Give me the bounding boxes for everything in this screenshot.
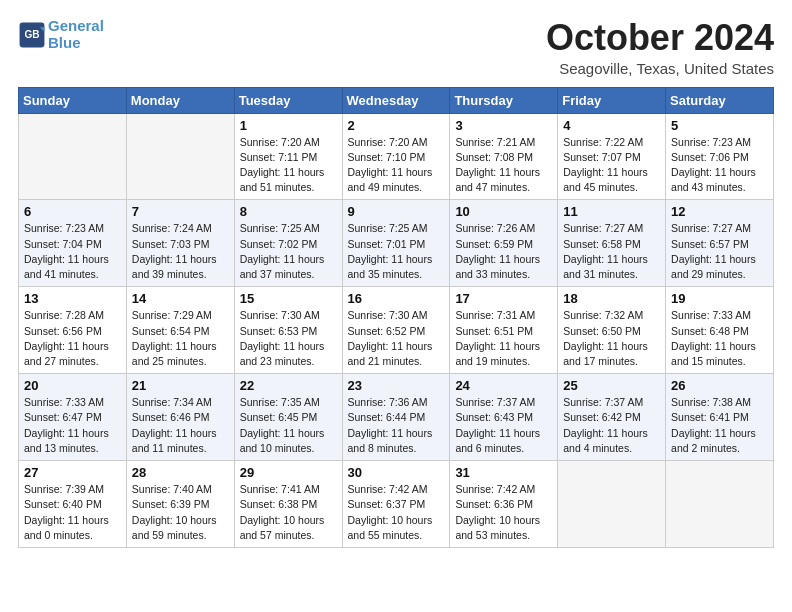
calendar-cell: 25Sunrise: 7:37 AM Sunset: 6:42 PM Dayli… [558, 374, 666, 461]
page: GB General Blue October 2024 Seagoville,… [0, 0, 792, 566]
day-number: 15 [240, 291, 337, 306]
day-number: 12 [671, 204, 768, 219]
header: GB General Blue October 2024 Seagoville,… [18, 18, 774, 77]
day-info: Sunrise: 7:28 AM Sunset: 6:56 PM Dayligh… [24, 308, 121, 369]
day-number: 13 [24, 291, 121, 306]
day-info: Sunrise: 7:32 AM Sunset: 6:50 PM Dayligh… [563, 308, 660, 369]
weekday-thursday: Thursday [450, 87, 558, 113]
week-row-2: 6Sunrise: 7:23 AM Sunset: 7:04 PM Daylig… [19, 200, 774, 287]
day-info: Sunrise: 7:21 AM Sunset: 7:08 PM Dayligh… [455, 135, 552, 196]
day-number: 11 [563, 204, 660, 219]
calendar-cell: 23Sunrise: 7:36 AM Sunset: 6:44 PM Dayli… [342, 374, 450, 461]
calendar-cell: 24Sunrise: 7:37 AM Sunset: 6:43 PM Dayli… [450, 374, 558, 461]
calendar-cell [126, 113, 234, 200]
calendar-cell: 22Sunrise: 7:35 AM Sunset: 6:45 PM Dayli… [234, 374, 342, 461]
logo: GB General Blue [18, 18, 104, 51]
calendar-cell: 8Sunrise: 7:25 AM Sunset: 7:02 PM Daylig… [234, 200, 342, 287]
day-number: 21 [132, 378, 229, 393]
day-number: 26 [671, 378, 768, 393]
weekday-sunday: Sunday [19, 87, 127, 113]
day-info: Sunrise: 7:34 AM Sunset: 6:46 PM Dayligh… [132, 395, 229, 456]
calendar-cell: 15Sunrise: 7:30 AM Sunset: 6:53 PM Dayli… [234, 287, 342, 374]
day-number: 5 [671, 118, 768, 133]
calendar-cell: 4Sunrise: 7:22 AM Sunset: 7:07 PM Daylig… [558, 113, 666, 200]
logo-text: General Blue [48, 18, 104, 51]
calendar-cell: 17Sunrise: 7:31 AM Sunset: 6:51 PM Dayli… [450, 287, 558, 374]
day-number: 1 [240, 118, 337, 133]
calendar-cell: 30Sunrise: 7:42 AM Sunset: 6:37 PM Dayli… [342, 461, 450, 548]
calendar-cell: 21Sunrise: 7:34 AM Sunset: 6:46 PM Dayli… [126, 374, 234, 461]
day-number: 25 [563, 378, 660, 393]
day-number: 9 [348, 204, 445, 219]
calendar-cell: 12Sunrise: 7:27 AM Sunset: 6:57 PM Dayli… [666, 200, 774, 287]
calendar-cell: 13Sunrise: 7:28 AM Sunset: 6:56 PM Dayli… [19, 287, 127, 374]
week-row-4: 20Sunrise: 7:33 AM Sunset: 6:47 PM Dayli… [19, 374, 774, 461]
week-row-1: 1Sunrise: 7:20 AM Sunset: 7:11 PM Daylig… [19, 113, 774, 200]
weekday-tuesday: Tuesday [234, 87, 342, 113]
day-info: Sunrise: 7:23 AM Sunset: 7:06 PM Dayligh… [671, 135, 768, 196]
day-number: 20 [24, 378, 121, 393]
day-number: 30 [348, 465, 445, 480]
day-number: 31 [455, 465, 552, 480]
day-info: Sunrise: 7:20 AM Sunset: 7:11 PM Dayligh… [240, 135, 337, 196]
title-block: October 2024 Seagoville, Texas, United S… [546, 18, 774, 77]
month-title: October 2024 [546, 18, 774, 58]
calendar-cell: 9Sunrise: 7:25 AM Sunset: 7:01 PM Daylig… [342, 200, 450, 287]
day-number: 23 [348, 378, 445, 393]
day-number: 6 [24, 204, 121, 219]
day-number: 4 [563, 118, 660, 133]
calendar-cell: 31Sunrise: 7:42 AM Sunset: 6:36 PM Dayli… [450, 461, 558, 548]
day-number: 22 [240, 378, 337, 393]
day-info: Sunrise: 7:25 AM Sunset: 7:02 PM Dayligh… [240, 221, 337, 282]
week-row-5: 27Sunrise: 7:39 AM Sunset: 6:40 PM Dayli… [19, 461, 774, 548]
calendar-cell: 6Sunrise: 7:23 AM Sunset: 7:04 PM Daylig… [19, 200, 127, 287]
day-info: Sunrise: 7:38 AM Sunset: 6:41 PM Dayligh… [671, 395, 768, 456]
calendar-cell: 3Sunrise: 7:21 AM Sunset: 7:08 PM Daylig… [450, 113, 558, 200]
calendar-cell [558, 461, 666, 548]
logo-general: General [48, 17, 104, 34]
weekday-monday: Monday [126, 87, 234, 113]
day-number: 14 [132, 291, 229, 306]
day-number: 24 [455, 378, 552, 393]
svg-text:GB: GB [24, 29, 39, 40]
day-info: Sunrise: 7:25 AM Sunset: 7:01 PM Dayligh… [348, 221, 445, 282]
day-info: Sunrise: 7:24 AM Sunset: 7:03 PM Dayligh… [132, 221, 229, 282]
day-info: Sunrise: 7:23 AM Sunset: 7:04 PM Dayligh… [24, 221, 121, 282]
day-number: 18 [563, 291, 660, 306]
calendar-cell: 10Sunrise: 7:26 AM Sunset: 6:59 PM Dayli… [450, 200, 558, 287]
calendar-cell: 19Sunrise: 7:33 AM Sunset: 6:48 PM Dayli… [666, 287, 774, 374]
day-info: Sunrise: 7:33 AM Sunset: 6:47 PM Dayligh… [24, 395, 121, 456]
day-number: 28 [132, 465, 229, 480]
logo-icon: GB [18, 21, 46, 49]
day-number: 8 [240, 204, 337, 219]
day-info: Sunrise: 7:37 AM Sunset: 6:43 PM Dayligh… [455, 395, 552, 456]
calendar-cell: 20Sunrise: 7:33 AM Sunset: 6:47 PM Dayli… [19, 374, 127, 461]
calendar-cell: 14Sunrise: 7:29 AM Sunset: 6:54 PM Dayli… [126, 287, 234, 374]
day-number: 27 [24, 465, 121, 480]
calendar-cell: 28Sunrise: 7:40 AM Sunset: 6:39 PM Dayli… [126, 461, 234, 548]
day-number: 29 [240, 465, 337, 480]
calendar-cell: 2Sunrise: 7:20 AM Sunset: 7:10 PM Daylig… [342, 113, 450, 200]
day-info: Sunrise: 7:35 AM Sunset: 6:45 PM Dayligh… [240, 395, 337, 456]
location: Seagoville, Texas, United States [546, 60, 774, 77]
day-info: Sunrise: 7:20 AM Sunset: 7:10 PM Dayligh… [348, 135, 445, 196]
calendar-cell: 27Sunrise: 7:39 AM Sunset: 6:40 PM Dayli… [19, 461, 127, 548]
day-info: Sunrise: 7:41 AM Sunset: 6:38 PM Dayligh… [240, 482, 337, 543]
day-info: Sunrise: 7:31 AM Sunset: 6:51 PM Dayligh… [455, 308, 552, 369]
day-info: Sunrise: 7:22 AM Sunset: 7:07 PM Dayligh… [563, 135, 660, 196]
day-number: 10 [455, 204, 552, 219]
calendar-cell: 5Sunrise: 7:23 AM Sunset: 7:06 PM Daylig… [666, 113, 774, 200]
weekday-header-row: SundayMondayTuesdayWednesdayThursdayFrid… [19, 87, 774, 113]
calendar-cell: 11Sunrise: 7:27 AM Sunset: 6:58 PM Dayli… [558, 200, 666, 287]
day-info: Sunrise: 7:36 AM Sunset: 6:44 PM Dayligh… [348, 395, 445, 456]
calendar-cell: 7Sunrise: 7:24 AM Sunset: 7:03 PM Daylig… [126, 200, 234, 287]
day-info: Sunrise: 7:42 AM Sunset: 6:36 PM Dayligh… [455, 482, 552, 543]
day-number: 3 [455, 118, 552, 133]
day-number: 7 [132, 204, 229, 219]
day-info: Sunrise: 7:30 AM Sunset: 6:52 PM Dayligh… [348, 308, 445, 369]
day-info: Sunrise: 7:30 AM Sunset: 6:53 PM Dayligh… [240, 308, 337, 369]
calendar: SundayMondayTuesdayWednesdayThursdayFrid… [18, 87, 774, 548]
day-info: Sunrise: 7:27 AM Sunset: 6:58 PM Dayligh… [563, 221, 660, 282]
day-info: Sunrise: 7:33 AM Sunset: 6:48 PM Dayligh… [671, 308, 768, 369]
day-number: 17 [455, 291, 552, 306]
